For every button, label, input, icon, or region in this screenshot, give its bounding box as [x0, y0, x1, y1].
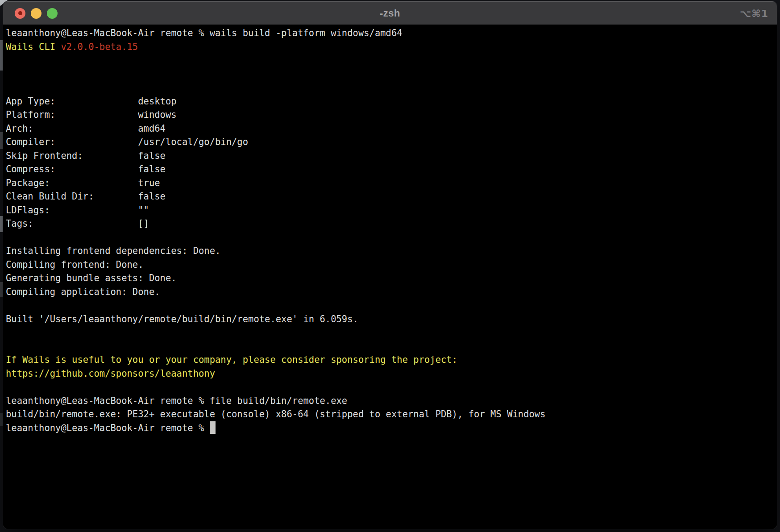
- terminal-text-segment: [6, 382, 11, 392]
- window-title: -zsh: [3, 8, 777, 19]
- background-window-sliver: [0, 413, 3, 426]
- zoom-button[interactable]: [47, 8, 58, 19]
- terminal-text-segment: v2.0.0-beta.15: [61, 42, 138, 52]
- terminal-line: Compress: false: [6, 162, 774, 176]
- terminal-text-segment: Clean Build Dir: false: [6, 191, 166, 202]
- terminal-line: If Wails is useful to you or your compan…: [6, 353, 774, 367]
- terminal-text-segment: Skip Frontend: false: [6, 150, 166, 161]
- terminal-text-segment: Compiling frontend: Done.: [6, 259, 144, 270]
- terminal-line: https://github.com/sponsors/leaanthony: [6, 367, 774, 381]
- minimize-button[interactable]: [31, 8, 41, 19]
- terminal-line: [6, 67, 774, 81]
- terminal-line: Compiling application: Done.: [6, 285, 774, 299]
- terminal-text-segment: leaanthony@Leas-MacBook-Air remote % fil…: [6, 395, 347, 406]
- background-window-sliver: [0, 132, 3, 149]
- terminal-text-segment: [6, 300, 11, 311]
- terminal-line: [6, 299, 774, 312]
- terminal-line: [6, 231, 774, 245]
- terminal-line: Built '/Users/leaanthony/remote/build/bi…: [6, 312, 774, 326]
- terminal-text-segment: Built '/Users/leaanthony/remote/build/bi…: [6, 314, 358, 324]
- terminal-text-segment: If Wails is useful to you or your compan…: [6, 354, 457, 365]
- terminal-text-segment: Compiler: /usr/local/go/bin/go: [6, 137, 248, 147]
- terminal-line: Installing frontend dependencies: Done.: [6, 244, 774, 258]
- close-button[interactable]: [15, 8, 25, 19]
- traffic-lights: [15, 8, 58, 19]
- terminal-text-segment: Installing frontend dependencies: Done.: [6, 245, 220, 256]
- tab-shortcut-badge: ⌥⌘1: [740, 8, 768, 19]
- terminal-text-segment: App Type: desktop: [6, 96, 177, 107]
- terminal-line: leaanthony@Leas-MacBook-Air remote %: [6, 421, 774, 435]
- terminal-line: LDFlags: "": [6, 204, 774, 217]
- terminal-line: Wails CLI v2.0.0-beta.15: [6, 40, 774, 54]
- terminal-text-segment: Compiling application: Done.: [6, 287, 160, 297]
- terminal-text-segment: Generating bundle assets: Done.: [6, 273, 177, 283]
- terminal-text-segment: LDFlags: "": [6, 205, 149, 216]
- terminal-text-segment: [6, 232, 11, 243]
- terminal-line: Skip Frontend: false: [6, 149, 774, 163]
- terminal-text-segment: Compress: false: [6, 164, 166, 175]
- terminal-text-segment: build/bin/remote.exe: PE32+ executable (…: [6, 409, 546, 420]
- terminal-line: Platform: windows: [6, 108, 774, 122]
- unsaved-indicator-icon: [18, 11, 22, 15]
- background-window-sliver: [0, 40, 3, 71]
- terminal-text-segment: Wails CLI: [6, 42, 61, 52]
- terminal-line: [6, 326, 774, 340]
- terminal-text-segment: [6, 341, 11, 352]
- terminal-output[interactable]: leaanthony@Leas-MacBook-Air remote % wai…: [3, 25, 777, 529]
- terminal-line: Tags: []: [6, 217, 774, 231]
- terminal-line: [6, 380, 774, 394]
- terminal-text-segment: Platform: windows: [6, 109, 177, 120]
- terminal-cursor: [210, 421, 216, 434]
- terminal-line: [6, 81, 774, 95]
- terminal-line: Compiler: /usr/local/go/bin/go: [6, 135, 774, 149]
- terminal-text-segment: [6, 69, 11, 79]
- terminal-line: [6, 340, 774, 353]
- terminal-line: Arch: amd64: [6, 122, 774, 136]
- terminal-text-segment: [6, 55, 11, 66]
- terminal-text-segment: https://github.com/sponsors/leaanthony: [6, 368, 215, 379]
- terminal-line: Package: true: [6, 176, 774, 190]
- terminal-text-segment: leaanthony@Leas-MacBook-Air remote % wai…: [6, 28, 402, 38]
- terminal-line: build/bin/remote.exe: PE32+ executable (…: [6, 407, 774, 421]
- terminal-text-segment: Package: true: [6, 178, 160, 188]
- terminal-line: App Type: desktop: [6, 95, 774, 108]
- window-titlebar[interactable]: -zsh ⌥⌘1: [3, 1, 777, 25]
- terminal-text-segment: leaanthony@Leas-MacBook-Air remote %: [6, 423, 210, 433]
- terminal-line: Generating bundle assets: Done.: [6, 271, 774, 285]
- terminal-window: -zsh ⌥⌘1 leaanthony@Leas-MacBook-Air rem…: [3, 1, 777, 529]
- background-window-sliver: [0, 216, 3, 232]
- terminal-text-segment: Tags: []: [6, 218, 149, 229]
- terminal-text-segment: [6, 82, 11, 93]
- terminal-line: Clean Build Dir: false: [6, 190, 774, 204]
- terminal-text-segment: [6, 327, 11, 338]
- terminal-line: leaanthony@Leas-MacBook-Air remote % wai…: [6, 26, 774, 40]
- terminal-line: [6, 54, 774, 67]
- background-window-sliver: [0, 282, 3, 297]
- terminal-line: leaanthony@Leas-MacBook-Air remote % fil…: [6, 394, 774, 408]
- terminal-line: Compiling frontend: Done.: [6, 258, 774, 272]
- terminal-text-segment: Arch: amd64: [6, 123, 166, 134]
